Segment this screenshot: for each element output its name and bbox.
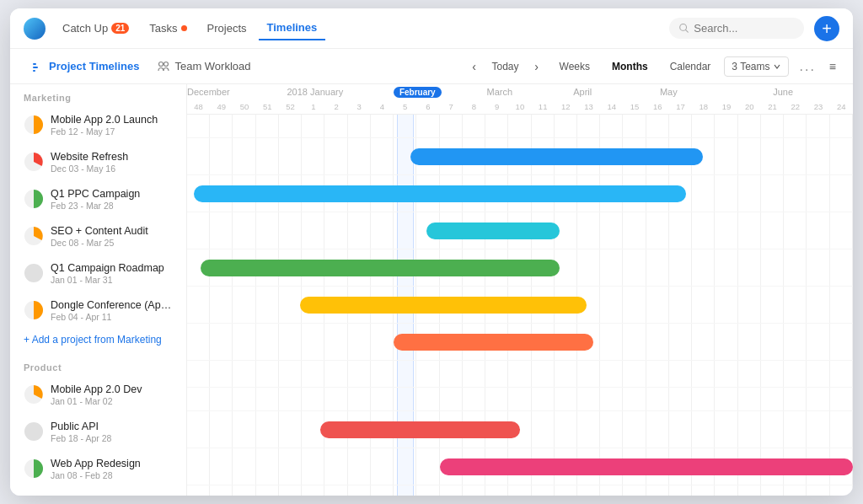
week-number: 18 bbox=[692, 102, 715, 111]
list-item[interactable]: Q1 Campaign RoadmapJan 01 - Mar 31 bbox=[10, 255, 186, 292]
today-btn[interactable]: Today bbox=[485, 58, 525, 75]
month-label: 2018 January bbox=[287, 87, 344, 97]
project-dates: Jan 01 - Mar 02 bbox=[51, 396, 173, 406]
timelines-label: Timelines bbox=[267, 21, 318, 34]
month-label: May bbox=[660, 87, 678, 97]
project-name: Web App Redesign bbox=[51, 458, 173, 469]
gantt-bar[interactable] bbox=[314, 496, 600, 496]
gantt-area: December2018 JanuaryFebruaryMarchAprilMa… bbox=[187, 84, 853, 496]
timeline-icon bbox=[32, 61, 44, 72]
project-dates: Dec 03 - May 16 bbox=[51, 164, 173, 174]
tab-project-timelines[interactable]: Project Timelines bbox=[24, 56, 147, 76]
project-dates: Feb 04 - Apr 11 bbox=[51, 312, 173, 322]
toolbar-tabs: Project Timelines Team Workload bbox=[24, 56, 260, 76]
grid-lines bbox=[187, 115, 853, 137]
today-month-badge: February bbox=[394, 87, 442, 98]
avatar bbox=[24, 152, 44, 172]
gantt-row[interactable] bbox=[187, 138, 853, 175]
list-item[interactable]: Web App RedesignJan 08 - Feb 28 bbox=[10, 450, 186, 487]
prev-btn[interactable]: ‹ bbox=[464, 57, 483, 76]
svg-line-1 bbox=[685, 29, 688, 32]
sub-toolbar: Project Timelines Team Workload ‹ Today bbox=[10, 49, 853, 84]
gantt-row[interactable] bbox=[187, 175, 853, 212]
week-number: 51 bbox=[256, 102, 279, 111]
project-name: Mobile App 2.0 Dev bbox=[51, 383, 173, 395]
main-content: MarketingMobile App 2.0 LaunchFeb 12 - M… bbox=[10, 84, 853, 496]
next-btn[interactable]: › bbox=[528, 57, 546, 76]
grid-lines bbox=[187, 411, 853, 448]
nav-tasks[interactable]: Tasks bbox=[141, 17, 195, 40]
week-number: 52 bbox=[279, 102, 302, 111]
list-item[interactable]: Dongle Conference (April 201...Feb 04 - … bbox=[10, 292, 186, 329]
gantt-row[interactable] bbox=[187, 287, 853, 324]
gantt-bar[interactable] bbox=[300, 297, 587, 314]
week-number: 3 bbox=[348, 102, 371, 111]
workload-icon bbox=[158, 61, 169, 72]
gantt-row[interactable] bbox=[187, 485, 853, 496]
tab-team-workload[interactable]: Team Workload bbox=[149, 56, 259, 76]
week-number: 21 bbox=[761, 102, 784, 111]
gantt-header: December2018 JanuaryFebruaryMarchAprilMa… bbox=[187, 84, 853, 115]
nav-projects[interactable]: Projects bbox=[199, 17, 255, 40]
week-number: 24 bbox=[830, 102, 853, 111]
week-number: 49 bbox=[210, 102, 233, 111]
section-label: Product bbox=[10, 354, 186, 376]
project-name: Q1 Campaign Roadmap bbox=[51, 262, 173, 274]
project-dates: Dec 08 - Mar 25 bbox=[51, 238, 173, 248]
week-number: 2 bbox=[324, 102, 347, 111]
gantt-row[interactable] bbox=[187, 212, 853, 249]
project-dates: Feb 23 - Mar 28 bbox=[51, 201, 173, 211]
gantt-section-row bbox=[187, 388, 853, 411]
list-item[interactable]: Mobile App 2.0 LaunchFeb 12 - May 17 bbox=[10, 106, 186, 143]
week-number: 14 bbox=[600, 102, 623, 111]
gantt-bar[interactable] bbox=[201, 260, 560, 276]
avatar bbox=[24, 115, 44, 135]
months-view-btn[interactable]: Months bbox=[603, 57, 657, 76]
grid-lines bbox=[187, 388, 853, 410]
search-input[interactable] bbox=[694, 22, 794, 35]
chevron-down-icon bbox=[773, 62, 781, 71]
gantt-row[interactable] bbox=[187, 448, 853, 485]
date-nav: ‹ Today › bbox=[464, 57, 545, 76]
teams-filter-btn[interactable]: 3 Teams bbox=[724, 56, 789, 77]
week-number: 20 bbox=[738, 102, 761, 111]
projects-label: Projects bbox=[207, 22, 247, 35]
add-project-btn[interactable]: + Add a project from Marketing bbox=[10, 329, 186, 354]
gantt-bar[interactable] bbox=[394, 334, 593, 351]
gantt-row[interactable] bbox=[187, 249, 853, 287]
gantt-row[interactable] bbox=[187, 324, 853, 361]
gantt-row[interactable] bbox=[187, 411, 853, 448]
gantt-bar[interactable] bbox=[410, 148, 704, 165]
weeks-view-btn[interactable]: Weeks bbox=[551, 57, 598, 76]
list-item[interactable]: Mobile App 2.0 DevJan 01 - Mar 02 bbox=[10, 376, 186, 413]
list-item[interactable]: Website RefreshDec 03 - May 16 bbox=[10, 143, 186, 180]
gantt-bar[interactable] bbox=[426, 223, 560, 239]
toolbar-right: ‹ Today › Weeks Months Calendar 3 Teams … bbox=[464, 56, 839, 78]
month-label: April bbox=[573, 87, 592, 97]
tasks-label: Tasks bbox=[149, 22, 177, 35]
list-item[interactable]: Web BugsJan 26 - Mar 27 bbox=[10, 487, 186, 496]
app-window: Catch Up 21 Tasks Projects Timelines + bbox=[10, 8, 853, 496]
grid-lines bbox=[187, 485, 853, 496]
project-dates: Feb 12 - May 17 bbox=[51, 126, 173, 137]
list-item[interactable]: SEO + Content AuditDec 08 - Mar 25 bbox=[10, 217, 186, 255]
nav-catchup[interactable]: Catch Up 21 bbox=[54, 17, 137, 40]
nav-timelines[interactable]: Timelines bbox=[259, 16, 326, 40]
tab-project-timelines-label: Project Timelines bbox=[49, 60, 139, 72]
search-bar[interactable] bbox=[669, 18, 804, 39]
teams-label: 3 Teams bbox=[732, 61, 769, 72]
week-number: 15 bbox=[623, 102, 646, 111]
gantt-bar[interactable] bbox=[320, 421, 520, 438]
grid-lines bbox=[187, 361, 853, 387]
list-item[interactable]: Public APIFeb 18 - Apr 28 bbox=[10, 413, 186, 450]
avatar bbox=[24, 189, 44, 209]
list-item[interactable]: Q1 PPC CampaignFeb 23 - Mar 28 bbox=[10, 180, 186, 217]
gantt-bar[interactable] bbox=[440, 458, 853, 475]
more-options-btn[interactable]: ... bbox=[794, 56, 820, 78]
gantt-bar[interactable] bbox=[194, 185, 687, 202]
week-number: 1 bbox=[302, 102, 324, 111]
calendar-view-btn[interactable]: Calendar bbox=[662, 57, 720, 76]
add-button[interactable]: + bbox=[814, 16, 839, 41]
filter-btn[interactable]: ≡ bbox=[826, 56, 839, 77]
month-label: March bbox=[487, 87, 513, 97]
